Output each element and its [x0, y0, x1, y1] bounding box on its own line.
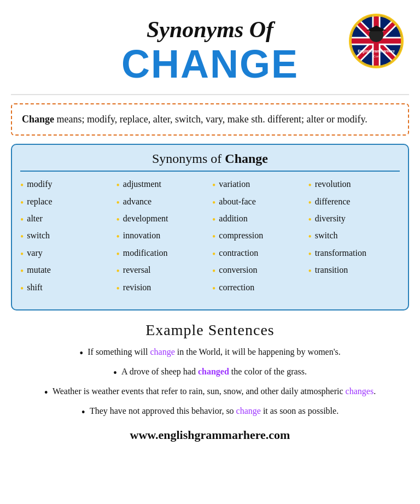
- bullet-icon: •: [212, 265, 215, 278]
- logo-image: EnglishGrammarHere .Com: [351, 15, 402, 67]
- bullet-icon: •: [116, 179, 120, 192]
- synonym-word: development: [123, 214, 168, 224]
- header-section: Synonyms Of CHANGE: [11, 11, 409, 95]
- synonyms-column-4: •revolution •difference •diversity •swit…: [308, 179, 400, 300]
- highlighted-word: change: [236, 406, 261, 415]
- list-item: •switch: [20, 231, 112, 243]
- list-item: •conversion: [212, 265, 304, 278]
- list-item: •shift: [20, 283, 112, 295]
- synonym-word: addition: [219, 214, 247, 224]
- bullet-icon: •: [20, 231, 24, 243]
- synonym-word: variation: [219, 179, 250, 189]
- bullet-icon: •: [20, 265, 24, 278]
- synonym-word: revolution: [315, 179, 351, 189]
- definition-box: Change means; modify, replace, alter, sw…: [11, 103, 409, 136]
- list-item: •modification: [116, 248, 208, 261]
- list-item: •alter: [20, 214, 112, 226]
- bullet-icon: •: [308, 231, 312, 243]
- highlighted-word: change: [150, 347, 174, 356]
- synonym-word: compression: [219, 231, 263, 241]
- bullet-icon: •: [44, 385, 48, 400]
- example-text: Weather is weather events that refer to …: [52, 385, 376, 398]
- bullet-icon: •: [212, 248, 215, 261]
- list-item: •development: [116, 214, 208, 226]
- synonym-word: modify: [27, 179, 52, 189]
- synonym-word: modification: [123, 248, 168, 258]
- definition-rest: means; modify, replace, alter, switch, v…: [54, 114, 368, 125]
- synonym-word: alter: [27, 214, 42, 224]
- bullet-icon: •: [308, 248, 312, 261]
- list-item: • If something will change in the World,…: [24, 345, 396, 361]
- list-item: •compression: [212, 231, 304, 243]
- bullet-icon: •: [212, 197, 215, 209]
- list-item: •variation: [212, 179, 304, 192]
- bullet-icon: •: [116, 283, 120, 295]
- list-item: •advance: [116, 197, 208, 209]
- bullet-icon: •: [212, 214, 215, 226]
- list-item: •modify: [20, 179, 112, 192]
- list-item: •difference: [308, 197, 400, 209]
- bullet-icon: •: [20, 214, 24, 226]
- synonyms-column-3: •variation •about-face •addition •compre…: [212, 179, 304, 300]
- synonym-word: transformation: [315, 248, 366, 258]
- list-item: •mutate: [20, 265, 112, 278]
- synonym-word: reversal: [123, 265, 151, 275]
- example-text: If something will change in the World, i…: [88, 345, 341, 359]
- synonym-word: conversion: [219, 265, 257, 275]
- svg-text:.Com: .Com: [372, 55, 380, 58]
- bullet-icon: •: [212, 231, 215, 243]
- list-item: •transformation: [308, 248, 400, 261]
- bullet-icon: •: [113, 365, 117, 380]
- synonyms-title-plain: Synonyms of: [152, 151, 225, 166]
- synonym-word: innovation: [123, 231, 160, 241]
- synonym-word: contraction: [219, 248, 258, 258]
- svg-text:EnglishGrammarHere: EnglishGrammarHere: [358, 49, 395, 54]
- bullet-icon: •: [308, 179, 312, 192]
- synonym-word: shift: [27, 283, 42, 292]
- synonym-word: vary: [27, 248, 42, 258]
- bullet-icon: •: [116, 214, 120, 226]
- list-item: • A drove of sheep had changed the color…: [24, 365, 396, 380]
- bullet-icon: •: [116, 248, 120, 261]
- examples-list: • If something will change in the World,…: [11, 345, 409, 420]
- change-main-title: CHANGE: [11, 43, 409, 86]
- bullet-icon: •: [81, 405, 85, 420]
- synonym-word: correction: [219, 283, 254, 292]
- synonym-word: replace: [27, 197, 52, 207]
- list-item: •diversity: [308, 214, 400, 226]
- list-item: •vary: [20, 248, 112, 261]
- list-item: •adjustment: [116, 179, 208, 192]
- list-item: •addition: [212, 214, 304, 226]
- bullet-icon: •: [308, 214, 312, 226]
- bullet-icon: •: [308, 265, 312, 278]
- list-item: •about-face: [212, 197, 304, 209]
- list-item: • Weather is weather events that refer t…: [24, 385, 396, 400]
- synonyms-column-1: •modify •replace •alter •switch •vary •m…: [20, 179, 112, 300]
- list-item: •replace: [20, 197, 112, 209]
- definition-bold-word: Change: [22, 114, 54, 125]
- bullet-icon: •: [79, 345, 83, 361]
- bullet-icon: •: [20, 179, 24, 192]
- bullet-icon: •: [212, 283, 215, 295]
- bullet-icon: •: [116, 231, 120, 243]
- highlighted-word: changed: [198, 367, 229, 376]
- list-item: •correction: [212, 283, 304, 295]
- synonym-word: mutate: [27, 265, 51, 275]
- synonyms-table-box: Synonyms of Change •modify •replace •alt…: [11, 144, 409, 310]
- list-item: •reversal: [116, 265, 208, 278]
- synonym-word: switch: [315, 231, 338, 241]
- logo-circle: EnglishGrammarHere .Com: [349, 14, 404, 68]
- list-item: • They have not approved this behavior, …: [24, 405, 396, 420]
- bullet-icon: •: [308, 197, 312, 209]
- highlighted-word: changes: [346, 386, 374, 396]
- list-item: •contraction: [212, 248, 304, 261]
- list-item: •revision: [116, 283, 208, 295]
- bullet-icon: •: [20, 197, 24, 209]
- bullet-icon: •: [20, 248, 24, 261]
- synonym-word: about-face: [219, 197, 256, 207]
- synonym-word: switch: [27, 231, 50, 241]
- list-item: •switch: [308, 231, 400, 243]
- synonym-word: transition: [315, 265, 348, 275]
- bullet-icon: •: [20, 283, 24, 295]
- synonyms-column-2: •adjustment •advance •development •innov…: [116, 179, 208, 300]
